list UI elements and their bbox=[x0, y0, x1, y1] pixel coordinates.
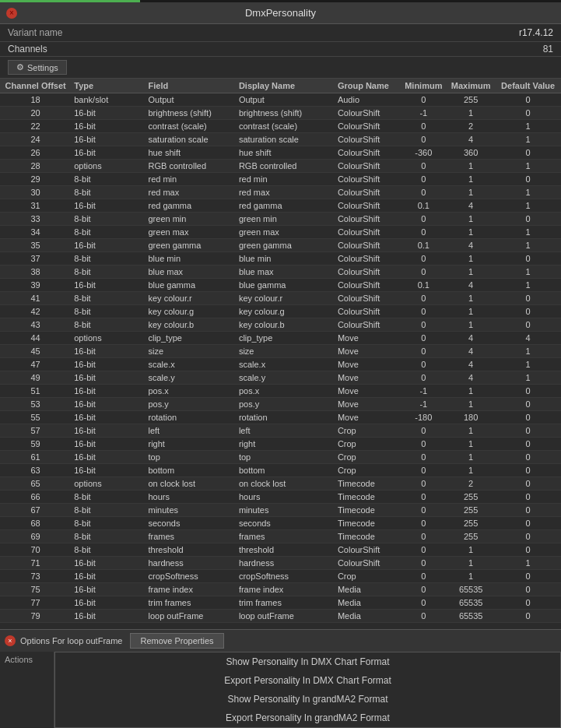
table-cell: loop outFrame bbox=[145, 610, 235, 623]
table-row[interactable]: 388-bitblue maxblue maxColourShift011 bbox=[0, 266, 561, 279]
table-row[interactable]: 5916-bitrightrightCrop010 bbox=[0, 438, 561, 451]
table-row[interactable]: 6116-bittoptopCrop010 bbox=[0, 451, 561, 464]
context-menu-item[interactable]: Show Personality In grandMA2 Format bbox=[55, 690, 560, 709]
table-cell: 1 bbox=[495, 279, 561, 292]
table-cell: 0 bbox=[401, 213, 447, 226]
table-row[interactable]: 668-bithourshoursTimecode02550 bbox=[0, 491, 561, 504]
table-row[interactable]: 308-bitred maxred maxColourShift011 bbox=[0, 186, 561, 199]
table-row[interactable]: 7916-bitloop outFrameloop outFrameMedia0… bbox=[0, 610, 561, 623]
table-row[interactable]: 4716-bitscale.xscale.xMove041 bbox=[0, 358, 561, 371]
table-cell: 57 bbox=[0, 424, 71, 438]
table-row[interactable]: 4916-bitscale.yscale.yMove041 bbox=[0, 371, 561, 385]
table-cell: 0 bbox=[401, 477, 447, 491]
context-menu-item[interactable]: Show Personality In DMX Chart Format bbox=[55, 652, 560, 671]
table-cell: 1 bbox=[495, 239, 561, 252]
table-cell: Timecode bbox=[335, 517, 401, 530]
table-row[interactable]: 348-bitgreen maxgreen maxColourShift011 bbox=[0, 226, 561, 239]
table-cell: 38 bbox=[0, 266, 71, 279]
table-row[interactable]: 6316-bitbottombottomCrop010 bbox=[0, 464, 561, 477]
table-row[interactable]: 438-bitkey colour.bkey colour.bColourShi… bbox=[0, 318, 561, 332]
context-menu-item[interactable]: Export Personality In grandMA2 Format bbox=[55, 709, 560, 727]
table-row[interactable]: 418-bitkey colour.rkey colour.rColourShi… bbox=[0, 292, 561, 305]
table-row[interactable]: 5516-bitrotationrotationMove-1801800 bbox=[0, 411, 561, 424]
table-cell: 1 bbox=[495, 371, 561, 385]
table-row[interactable]: 378-bitblue minblue minColourShift010 bbox=[0, 252, 561, 266]
table-row[interactable]: 688-bitsecondssecondsTimecode02550 bbox=[0, 517, 561, 530]
table-row[interactable]: 2416-bitsaturation scalesaturation scale… bbox=[0, 133, 561, 146]
table-row[interactable]: 428-bitkey colour.gkey colour.gColourShi… bbox=[0, 305, 561, 318]
window-title: DmxPersonality bbox=[245, 7, 316, 19]
table-cell: scale.x bbox=[236, 358, 335, 371]
table-cell: 1 bbox=[447, 398, 495, 411]
table-cell: 53 bbox=[0, 398, 71, 411]
table-cell: 8-bit bbox=[71, 504, 145, 517]
table-cell: Crop bbox=[335, 570, 401, 583]
table-row[interactable]: 7716-bittrim framestrim framesMedia06553… bbox=[0, 596, 561, 610]
table-cell: 4 bbox=[447, 345, 495, 358]
channels-label: Channels bbox=[8, 44, 47, 55]
table-cell: brightness (shift) bbox=[236, 107, 335, 120]
table-cell: 1 bbox=[447, 266, 495, 279]
table-row[interactable]: 18bank/slotOutputOutputAudio02550 bbox=[0, 93, 561, 107]
table-cell: 0 bbox=[401, 451, 447, 464]
table-cell: 69 bbox=[0, 530, 71, 543]
table-cell: -1 bbox=[401, 107, 447, 120]
table-cell: ColourShift bbox=[335, 199, 401, 213]
table-cell: Timecode bbox=[335, 504, 401, 517]
table-row[interactable]: 2016-bitbrightness (shift)brightness (sh… bbox=[0, 107, 561, 120]
table-cell: 16-bit bbox=[71, 120, 145, 133]
table-cell: blue max bbox=[236, 266, 335, 279]
context-menu: Show Personality In DMX Chart FormatExpo… bbox=[54, 652, 561, 728]
table-cell: 65 bbox=[0, 477, 71, 491]
table-cell: 42 bbox=[0, 305, 71, 318]
table-row[interactable]: 2616-bithue shifthue shiftColourShift-36… bbox=[0, 146, 561, 160]
table-cell: Move bbox=[335, 398, 401, 411]
table-row[interactable]: 7316-bitcropSoftnesscropSoftnessCrop010 bbox=[0, 570, 561, 583]
remove-properties-button[interactable]: Remove Properties bbox=[130, 633, 223, 649]
table-cell: 16-bit bbox=[71, 464, 145, 477]
table-row[interactable]: 5716-bitleftleftCrop010 bbox=[0, 424, 561, 438]
table-cell: 1 bbox=[495, 358, 561, 371]
close-options-button[interactable]: × bbox=[5, 635, 16, 646]
table-row[interactable]: 44optionsclip_typeclip_typeMove044 bbox=[0, 332, 561, 345]
table-row[interactable]: 28optionsRGB controlledRGB controlledCol… bbox=[0, 160, 561, 173]
table-row[interactable]: 7116-bithardnesshardnessColourShift011 bbox=[0, 557, 561, 570]
table-cell: 73 bbox=[0, 570, 71, 583]
table-cell: 0 bbox=[495, 504, 561, 517]
table-cell: 0 bbox=[495, 411, 561, 424]
table-cell: 71 bbox=[0, 557, 71, 570]
table-cell: 0 bbox=[495, 491, 561, 504]
table-cell: clip_type bbox=[236, 332, 335, 345]
table-cell: 8-bit bbox=[71, 252, 145, 266]
table-row[interactable]: 65optionson clock loston clock lostTimec… bbox=[0, 477, 561, 491]
table-row[interactable]: 698-bitframesframesTimecode02550 bbox=[0, 530, 561, 543]
table-row[interactable]: 2216-bitcontrast (scale)contrast (scale)… bbox=[0, 120, 561, 133]
table-cell: 1 bbox=[447, 451, 495, 464]
table-cell: 30 bbox=[0, 186, 71, 199]
settings-button[interactable]: ⚙ Settings bbox=[8, 60, 67, 75]
table-cell: 0 bbox=[495, 318, 561, 332]
table-row[interactable]: 3516-bitgreen gammagreen gammaColourShif… bbox=[0, 239, 561, 252]
table-row[interactable]: 5116-bitpos.xpos.xMove-110 bbox=[0, 385, 561, 398]
table-row[interactable]: 708-bitthresholdthresholdColourShift010 bbox=[0, 543, 561, 557]
table-row[interactable]: 3116-bitred gammared gammaColourShift0.1… bbox=[0, 199, 561, 213]
table-cell: frame index bbox=[145, 583, 235, 596]
table-row[interactable]: 7516-bitframe indexframe indexMedia06553… bbox=[0, 583, 561, 596]
table-row[interactable]: 298-bitred minred minColourShift010 bbox=[0, 173, 561, 186]
table-cell: seconds bbox=[145, 517, 235, 530]
table-row[interactable]: 5316-bitpos.ypos.yMove-110 bbox=[0, 398, 561, 411]
table-row[interactable]: 338-bitgreen mingreen minColourShift010 bbox=[0, 213, 561, 226]
table-row[interactable]: 4516-bitsizesizeMove041 bbox=[0, 345, 561, 358]
context-menu-item[interactable]: Export Personality In DMX Chart Format bbox=[55, 671, 560, 690]
table-cell: seconds bbox=[236, 517, 335, 530]
table-cell: 255 bbox=[447, 530, 495, 543]
table-cell: 16-bit bbox=[71, 199, 145, 213]
table-cell: size bbox=[236, 345, 335, 358]
table-cell: cropSoftness bbox=[145, 570, 235, 583]
table-cell: rotation bbox=[145, 411, 235, 424]
table-row[interactable]: 3916-bitblue gammablue gammaColourShift0… bbox=[0, 279, 561, 292]
table-row[interactable]: 678-bitminutesminutesTimecode02550 bbox=[0, 504, 561, 517]
table-cell: 0 bbox=[495, 610, 561, 623]
close-button[interactable]: × bbox=[6, 8, 17, 19]
table-cell: Move bbox=[335, 411, 401, 424]
